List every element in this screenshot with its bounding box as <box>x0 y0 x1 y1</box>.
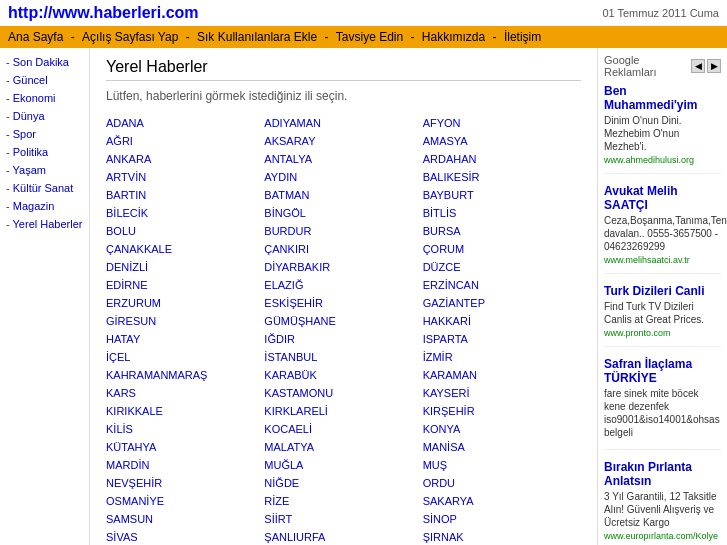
city-link-ki̇li̇s[interactable]: KİLİS <box>106 421 264 437</box>
city-link-şanliurfa[interactable]: ŞANLIURFA <box>264 529 422 545</box>
ads-list: Ben Muhammedi'yimDinim O'nun Dini. Mezhe… <box>604 84 721 545</box>
city-link-elaziğ[interactable]: ELAZIĞ <box>264 277 422 293</box>
ads-prev-button[interactable]: ◀ <box>691 59 705 73</box>
nav-bar: Ana Sayfa - Açılış Sayfası Yap - Sık Kul… <box>0 26 727 48</box>
city-link-ağri[interactable]: AĞRI <box>106 133 264 149</box>
ad-title-1[interactable]: Avukat Melih SAATÇI <box>604 184 678 212</box>
city-link-ri̇ze[interactable]: RİZE <box>264 493 422 509</box>
city-link-şirnak[interactable]: ŞIRNAK <box>423 529 581 545</box>
city-link-ordu[interactable]: ORDU <box>423 475 581 491</box>
sidebar-item-9[interactable]: Yerel Haberler <box>6 218 83 230</box>
city-link-aydin[interactable]: AYDIN <box>264 169 422 185</box>
city-link-aksaray[interactable]: AKSARAY <box>264 133 422 149</box>
city-link-karabük[interactable]: KARABÜK <box>264 367 422 383</box>
city-link-si̇nop[interactable]: SİNOP <box>423 511 581 527</box>
nav-item-contact[interactable]: İletişim <box>504 30 541 44</box>
city-link-gümüşhane[interactable]: GÜMÜŞHANE <box>264 313 422 329</box>
ad-title-4[interactable]: Bırakın Pırlanta Anlatsın <box>604 460 692 488</box>
city-link-gi̇resun[interactable]: GİRESUN <box>106 313 264 329</box>
city-link-isparta[interactable]: ISPARTA <box>423 331 581 347</box>
city-link-hatay[interactable]: HATAY <box>106 331 264 347</box>
city-link-karaman[interactable]: KARAMAN <box>423 367 581 383</box>
city-link-i̇zmi̇r[interactable]: İZMİR <box>423 349 581 365</box>
nav-item-home[interactable]: Ana Sayfa <box>8 30 63 44</box>
nav-item-favorites[interactable]: Sık Kullanılanlara Ekle <box>197 30 317 44</box>
city-link-bursa[interactable]: BURSA <box>423 223 581 239</box>
ads-next-button[interactable]: ▶ <box>707 59 721 73</box>
city-link-artvi̇n[interactable]: ARTVİN <box>106 169 264 185</box>
city-link-konya[interactable]: KONYA <box>423 421 581 437</box>
city-link-adiyaman[interactable]: ADIYAMAN <box>264 115 422 131</box>
sidebar-item-4[interactable]: Spor <box>6 128 83 140</box>
nav-item-about[interactable]: Hakkımızda <box>422 30 485 44</box>
ad-title-3[interactable]: Safran İlaçlama TÜRKİYE <box>604 357 692 385</box>
site-url[interactable]: http://www.haberleri.com <box>8 4 199 22</box>
city-link-iğdir[interactable]: IĞDIR <box>264 331 422 347</box>
sidebar-item-1[interactable]: Güncel <box>6 74 83 86</box>
city-link-si̇vas[interactable]: SİVAS <box>106 529 264 545</box>
city-link-ankara[interactable]: ANKARA <box>106 151 264 167</box>
city-link-erzurum[interactable]: ERZURUM <box>106 295 264 311</box>
city-link-si̇i̇rt[interactable]: SİİRT <box>264 511 422 527</box>
city-link-deni̇zli̇[interactable]: DENİZLİ <box>106 259 264 275</box>
city-link-bi̇tli̇s[interactable]: BİTLİS <box>423 205 581 221</box>
city-link-muğla[interactable]: MUĞLA <box>264 457 422 473</box>
city-link-osmani̇ye[interactable]: OSMANİYE <box>106 493 264 509</box>
city-link-antalya[interactable]: ANTALYA <box>264 151 422 167</box>
sidebar-item-0[interactable]: Son Dakika <box>6 56 83 68</box>
city-link-sakarya[interactable]: SAKARYA <box>423 493 581 509</box>
city-link-mani̇sa[interactable]: MANİSA <box>423 439 581 455</box>
city-link-erzi̇ncan[interactable]: ERZİNCAN <box>423 277 581 293</box>
city-link-gazi̇antep[interactable]: GAZİANTEP <box>423 295 581 311</box>
city-link-kirşehi̇r[interactable]: KIRŞEHİR <box>423 403 581 419</box>
city-link-kars[interactable]: KARS <box>106 385 264 401</box>
ad-title-0[interactable]: Ben Muhammedi'yim <box>604 84 698 112</box>
city-link-adana[interactable]: ADANA <box>106 115 264 131</box>
city-link-amasya[interactable]: AMASYA <box>423 133 581 149</box>
header: http://www.haberleri.com 01 Temmuz 2011 … <box>0 0 727 26</box>
sidebar-item-6[interactable]: Yaşam <box>6 164 83 176</box>
city-link-kahramanmaraş[interactable]: KAHRAMANMARAŞ <box>106 367 264 383</box>
city-link-düzce[interactable]: DÜZCE <box>423 259 581 275</box>
sidebar-item-7[interactable]: Kültür Sanat <box>6 182 83 194</box>
city-link-samsun[interactable]: SAMSUN <box>106 511 264 527</box>
city-link-burdur[interactable]: BURDUR <box>264 223 422 239</box>
city-link-kayseri̇[interactable]: KAYSERİ <box>423 385 581 401</box>
sidebar-item-5[interactable]: Politika <box>6 146 83 158</box>
city-link-kirikkale[interactable]: KIRIKKALE <box>106 403 264 419</box>
city-link-kirklareli̇[interactable]: KIRKLARELİ <box>264 403 422 419</box>
city-link-eski̇şehi̇r[interactable]: ESKİŞEHİR <box>264 295 422 311</box>
city-link-ardahan[interactable]: ARDAHAN <box>423 151 581 167</box>
city-link-kastamonu[interactable]: KASTAMONU <box>264 385 422 401</box>
sidebar-item-3[interactable]: Dünya <box>6 110 83 122</box>
city-link-nevşehi̇r[interactable]: NEVŞEHİR <box>106 475 264 491</box>
nav-item-recommend[interactable]: Tavsiye Edin <box>336 30 403 44</box>
city-link-ni̇ğde[interactable]: NİĞDE <box>264 475 422 491</box>
ad-url-0: www.ahmedihulusi.org <box>604 155 721 165</box>
city-link-i̇stanbul[interactable]: İSTANBUL <box>264 349 422 365</box>
city-link-balikesi̇r[interactable]: BALIKESİR <box>423 169 581 185</box>
sidebar-item-2[interactable]: Ekonomi <box>6 92 83 104</box>
city-link-kütahya[interactable]: KÜTAHYA <box>106 439 264 455</box>
city-link-i̇çel[interactable]: İÇEL <box>106 349 264 365</box>
city-link-bayburt[interactable]: BAYBURT <box>423 187 581 203</box>
city-link-muş[interactable]: MUŞ <box>423 457 581 473</box>
city-link-bi̇leci̇k[interactable]: BİLECİK <box>106 205 264 221</box>
city-link-mardi̇n[interactable]: MARDİN <box>106 457 264 473</box>
city-link-kocaeli̇[interactable]: KOCAELİ <box>264 421 422 437</box>
city-link-hakkari̇[interactable]: HAKKARİ <box>423 313 581 329</box>
city-link-çanakkale[interactable]: ÇANAKKALE <box>106 241 264 257</box>
city-link-di̇yarbakir[interactable]: DİYARBAKIR <box>264 259 422 275</box>
sidebar-item-8[interactable]: Magazin <box>6 200 83 212</box>
nav-item-set-home[interactable]: Açılış Sayfası Yap <box>82 30 178 44</box>
ad-title-2[interactable]: Turk Dizileri Canli <box>604 284 704 298</box>
city-link-bartin[interactable]: BARTIN <box>106 187 264 203</box>
city-link-batman[interactable]: BATMAN <box>264 187 422 203</box>
city-link-afyon[interactable]: AFYON <box>423 115 581 131</box>
city-link-çankiri[interactable]: ÇANKIRI <box>264 241 422 257</box>
city-link-edi̇rne[interactable]: EDİRNE <box>106 277 264 293</box>
city-link-malatya[interactable]: MALATYA <box>264 439 422 455</box>
city-link-bi̇ngöl[interactable]: BİNGÖL <box>264 205 422 221</box>
city-link-bolu[interactable]: BOLU <box>106 223 264 239</box>
city-link-çorum[interactable]: ÇORUM <box>423 241 581 257</box>
